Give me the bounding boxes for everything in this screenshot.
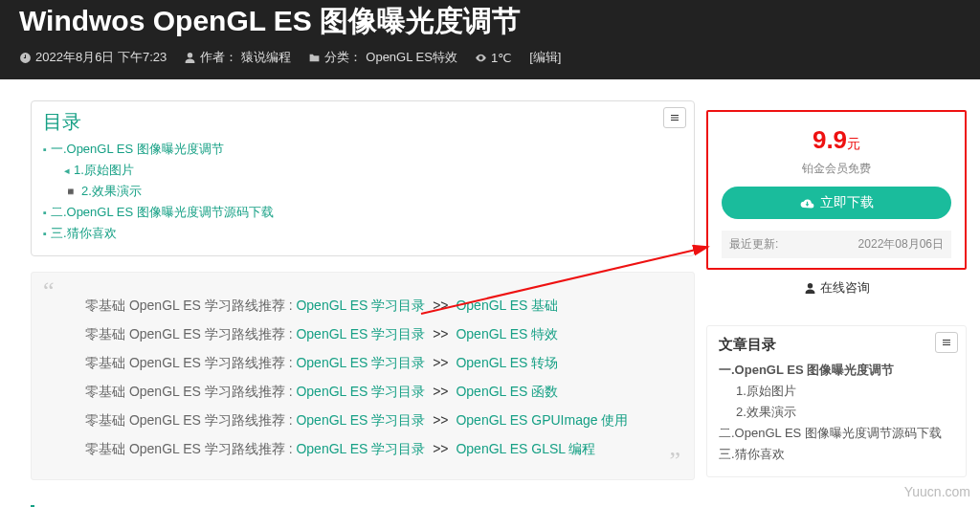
sidebar-toc-item[interactable]: 一.OpenGL ES 图像曝光度调节 (719, 362, 954, 379)
meta-author[interactable]: 作者：猿说编程 (184, 49, 291, 66)
clock-icon (19, 52, 32, 64)
list-icon (668, 112, 681, 123)
download-button[interactable]: 立即下载 (722, 187, 951, 219)
sidebar-toc-item[interactable]: 三.猜你喜欢 (719, 446, 954, 463)
update-row: 最近更新:2022年08月06日 (722, 231, 951, 258)
quote-close-icon: ” (669, 447, 680, 475)
meta-date: 2022年8月6日 下午7:23 (19, 49, 167, 66)
toc-item[interactable]: ▪三.猜你喜欢 (43, 225, 682, 242)
recommend-line: 零基础 OpenGL ES 学习路线推荐 : OpenGL ES 学习目录 >>… (85, 355, 669, 372)
toc-card: 目录 ▪一.OpenGL ES 图像曝光度调节◂1.原始图片◾2.效果演示▪二.… (31, 100, 695, 256)
list-icon (940, 337, 953, 348)
folder-icon (308, 52, 321, 64)
user-icon (804, 282, 816, 295)
sidebar-toc-title: 文章目录 (719, 336, 954, 354)
recommend-line: 零基础 OpenGL ES 学习路线推荐 : OpenGL ES 学习目录 >>… (85, 412, 669, 430)
page-title: Windwos OpenGL ES 图像曝光度调节 (19, 0, 961, 49)
link-target[interactable]: OpenGL ES 转场 (456, 355, 558, 370)
recommend-line: 零基础 OpenGL ES 学习路线推荐 : OpenGL ES 学习目录 >>… (85, 384, 669, 401)
toc-item[interactable]: ▪二.OpenGL ES 图像曝光度调节源码下载 (43, 204, 682, 221)
page-meta: 2022年8月6日 下午7:23 作者：猿说编程 分类：OpenGL ES特效 … (19, 49, 961, 66)
user-icon (184, 52, 196, 64)
toc-item[interactable]: ◾2.效果演示 (64, 183, 682, 200)
vip-note: 铂金会员免费 (722, 161, 951, 177)
toc-item[interactable]: ◂1.原始图片 (64, 162, 682, 179)
link-target[interactable]: OpenGL ES GLSL 编程 (456, 441, 595, 456)
recommend-line: 零基础 OpenGL ES 学习路线推荐 : OpenGL ES 学习目录 >>… (85, 298, 669, 315)
sidebar-toc-item[interactable]: 1.原始图片 (736, 383, 954, 400)
link-target[interactable]: OpenGL ES 特效 (456, 326, 558, 342)
recommend-line: 零基础 OpenGL ES 学习路线推荐 : OpenGL ES 学习目录 >>… (85, 441, 669, 458)
link-study-index[interactable]: OpenGL ES 学习目录 (296, 298, 425, 313)
link-target[interactable]: OpenGL ES GPUImage 使用 (456, 412, 628, 428)
page-header: Windwos OpenGL ES 图像曝光度调节 2022年8月6日 下午7:… (0, 0, 980, 79)
toc-item[interactable]: ▪一.OpenGL ES 图像曝光度调节 (43, 141, 682, 158)
link-study-index[interactable]: OpenGL ES 学习目录 (296, 326, 425, 342)
bullet-icon: ◾ (64, 186, 78, 198)
update-label: 最近更新: (729, 236, 778, 253)
meta-views: 1℃ (475, 51, 512, 65)
toc-title: 目录 (43, 109, 682, 135)
bullet-icon: ◂ (64, 165, 70, 177)
eye-icon (475, 52, 487, 64)
cloud-download-icon (800, 196, 814, 210)
online-consult[interactable]: 在线咨询 (706, 279, 967, 297)
link-target[interactable]: OpenGL ES 函数 (456, 384, 558, 399)
sidebar-toc-item[interactable]: 二.OpenGL ES 图像曝光度调节源码下载 (719, 425, 954, 442)
recommend-quote: “ 零基础 OpenGL ES 学习路线推荐 : OpenGL ES 学习目录 … (31, 272, 695, 480)
bullet-icon: ▪ (43, 228, 47, 239)
toc-toggle-button[interactable] (663, 107, 686, 128)
update-value: 2022年08月06日 (858, 236, 944, 253)
sidebar-toc-item[interactable]: 2.效果演示 (736, 404, 954, 421)
meta-edit[interactable]: [编辑] (529, 49, 561, 66)
sidebar: 9.9元 铂金会员免费 立即下载 最近更新:2022年08月06日 在线咨询 文… (706, 79, 980, 477)
link-study-index[interactable]: OpenGL ES 学习目录 (296, 355, 425, 370)
recommend-line: 零基础 OpenGL ES 学习路线推荐 : OpenGL ES 学习目录 >>… (85, 326, 669, 343)
quote-open-icon: “ (43, 276, 55, 305)
bullet-icon: ▪ (43, 143, 47, 155)
bullet-icon: ▪ (43, 207, 47, 218)
watermark: Yuucn.com (904, 484, 970, 499)
link-study-index[interactable]: OpenGL ES 学习目录 (296, 384, 425, 399)
link-study-index[interactable]: OpenGL ES 学习目录 (296, 441, 425, 456)
link-target[interactable]: OpenGL ES 基础 (456, 298, 558, 313)
main-content: 目录 ▪一.OpenGL ES 图像曝光度调节◂1.原始图片◾2.效果演示▪二.… (0, 79, 706, 507)
price-card: 9.9元 铂金会员免费 立即下载 最近更新:2022年08月06日 (706, 110, 967, 270)
link-study-index[interactable]: OpenGL ES 学习目录 (296, 412, 425, 428)
meta-category[interactable]: 分类：OpenGL ES特效 (308, 49, 457, 66)
sidebar-toc-toggle[interactable] (935, 332, 958, 353)
sidebar-toc: 文章目录 一.OpenGL ES 图像曝光度调节1.原始图片2.效果演示二.Op… (706, 325, 967, 477)
price-value: 9.9元 (722, 125, 951, 155)
